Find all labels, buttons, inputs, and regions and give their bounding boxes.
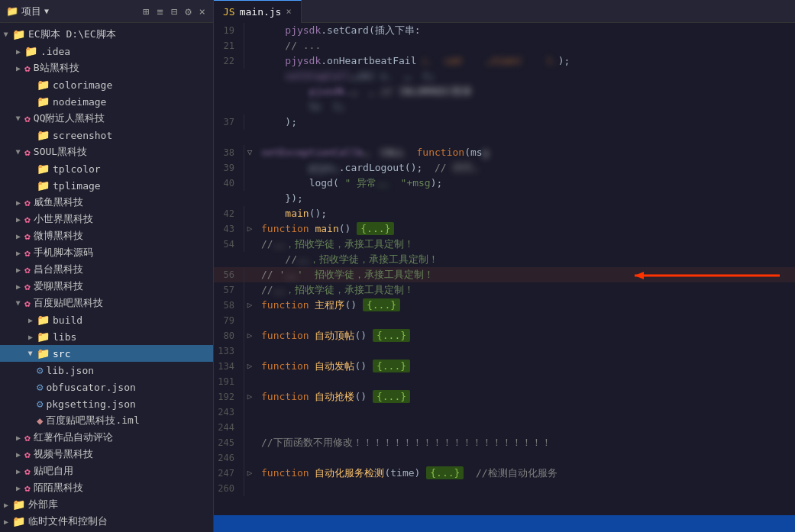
sync-icon[interactable]: ⊞ <box>141 4 150 19</box>
line-content: //……，招收学徒，承接工具定制！ <box>255 282 795 298</box>
tree-item-libs[interactable]: ▶ 📁 libs <box>0 328 213 345</box>
header-icons: ⊞ ≡ ⊟ ⚙ × <box>141 4 207 19</box>
tree-item-weibo[interactable]: ▶ ✿ 微博黑科技 <box>0 227 213 244</box>
star-folder-icon: ✿ <box>24 432 31 443</box>
line-num: 58 <box>214 298 244 313</box>
tree-arrow: ▶ <box>12 484 24 492</box>
tree-item-tieba-self[interactable]: ▶ ✿ 贴吧自用 <box>0 463 213 479</box>
tab-main-js[interactable]: JS main.js × <box>214 0 302 23</box>
line-content: //下面函数不用修改！！！！！！！！！！！！！！！！！！！！ <box>255 435 795 450</box>
layout-icon[interactable]: ⊟ <box>170 4 179 19</box>
line-content: function 自动顶帖() {...} <box>255 328 795 343</box>
star-folder-icon: ✿ <box>24 449 31 460</box>
tree-item-external-lib[interactable]: ▶ 📁 外部库 <box>0 496 213 513</box>
tree-item-nodeimage[interactable]: 📁 nodeimage <box>0 93 213 110</box>
line-num: 244 <box>214 420 244 435</box>
tree-item-smallworld[interactable]: ▶ ✿ 小世界黑科技 <box>0 211 213 227</box>
line-content <box>255 450 795 466</box>
tree-label: colorimage <box>53 79 112 91</box>
tree-item-weiyu[interactable]: ▶ ✿ 威鱼黑科技 <box>0 194 213 211</box>
line-num: 243 <box>214 405 244 420</box>
line-num: 80 <box>214 328 244 343</box>
tree-item-ailiao[interactable]: ▶ ✿ 爱聊黑科技 <box>0 278 213 295</box>
line-num: 19 <box>214 23 244 38</box>
line-content: setStopCall…ck( c. … ); <box>255 69 795 84</box>
tree-label: pkgsetting.json <box>46 398 135 410</box>
settings-icon[interactable]: ⚙ <box>183 4 192 19</box>
tree-label: 手机脚本源码 <box>34 246 93 260</box>
line-num: 22 <box>214 53 244 69</box>
code-line-lc: lc ); <box>214 99 795 114</box>
code-line-21: 21 // ... <box>214 38 795 53</box>
red-arrow-annotation <box>612 269 780 282</box>
tree-item-soul-tech[interactable]: ▶ ✿ SOUL黑科技 <box>0 143 213 160</box>
star-folder-icon: ✿ <box>24 466 31 477</box>
code-editor[interactable]: 19 pjysdk.setCard(插入下串: 21 // ... 22 pjy… <box>214 23 795 515</box>
tree-item-tieba[interactable]: ▶ ✿ 百度贴吧黑科技 <box>0 295 213 311</box>
close-icon[interactable]: × <box>198 4 207 19</box>
tree-arrow: ▶ <box>12 249 24 257</box>
folder-icon: 📁 <box>37 347 50 360</box>
line-num: 37 <box>214 114 244 130</box>
tree-item-tplimage[interactable]: 📁 tplimage <box>0 177 213 194</box>
collapse-all-icon[interactable]: ≡ <box>155 4 164 19</box>
tree-item-src[interactable]: ▶ 📁 src <box>0 345 213 362</box>
tree-item-momo[interactable]: ▶ ✿ 陌陌黑科技 <box>0 479 213 496</box>
tree-label: build <box>53 314 82 326</box>
tree-item-redshu[interactable]: ▶ ✿ 红薯作品自动评论 <box>0 429 213 446</box>
tree-item-screenshot[interactable]: 📁 screenshot <box>0 127 213 143</box>
json-icon: ⚙ <box>37 381 43 393</box>
tree-label: 小世界黑科技 <box>34 212 93 226</box>
tree-item-idea[interactable]: ▶ 📁 .idea <box>0 43 213 60</box>
tree-label: 临时文件和控制台 <box>28 514 108 528</box>
star-folder-icon: ✿ <box>24 113 31 124</box>
tab-close-button[interactable]: × <box>286 6 291 17</box>
star-folder-icon: ✿ <box>24 281 31 292</box>
tree-label: QQ附近人黑科技 <box>34 111 105 125</box>
tree-item-lib-json[interactable]: ⚙ lib.json <box>0 362 213 379</box>
line-num: 133 <box>214 343 244 359</box>
tree-label: tplcolor <box>53 163 101 175</box>
line-content: // ... <box>255 38 795 53</box>
tree-arrow: ▶ <box>12 282 24 291</box>
tree-arrow: ▶ <box>12 215 24 224</box>
line-content <box>255 374 795 389</box>
line-content: //……，招收学徒，承接工具定制！ <box>255 252 795 267</box>
tree-label: 微博黑科技 <box>34 229 83 243</box>
line-content: pjusdk.… , // [BLURRED]登录 <box>255 84 795 99</box>
tree-item-mobile[interactable]: ▶ ✿ 手机脚本源码 <box>0 244 213 261</box>
tree-item-obfuscator-json[interactable]: ⚙ obfuscator.json <box>0 379 213 395</box>
code-line-134: 134 ▷ function 自动发帖() {...} <box>214 359 795 374</box>
tree-label: 百度贴吧黑科技 <box>34 296 103 310</box>
tree-label: 贴吧自用 <box>34 464 73 478</box>
line-num: 247 <box>214 466 244 481</box>
line-content: pjysdk.setCard(插入下串: <box>255 23 795 38</box>
tree-arrow: ▶ <box>15 112 23 124</box>
tree-item-temp[interactable]: ▶ 📁 临时文件和控制台 <box>0 513 213 530</box>
tree-item-build[interactable]: ▶ 📁 build <box>0 311 213 328</box>
tree-item-qq-nearby[interactable]: ▶ ✿ QQ附近人黑科技 <box>0 110 213 127</box>
tree-item-ec-root[interactable]: ▶ 📁 EC脚本 D:\EC脚本 <box>0 26 213 43</box>
tree-item-colorimage[interactable]: 📁 colorimage <box>0 76 213 93</box>
tree-item-video[interactable]: ▶ ✿ 视频号黑科技 <box>0 446 213 463</box>
line-content: function main() {...} <box>255 221 795 237</box>
line-content: pjys….cardLogout(); // 调用… <box>255 160 795 176</box>
tree-item-tplcolor[interactable]: 📁 tplcolor <box>0 160 213 177</box>
tree-item-pkgsetting-json[interactable]: ⚙ pkgsetting.json <box>0 395 213 412</box>
project-icon: 📁 <box>6 5 18 17</box>
code-line-56: 56 // '……' 招收学徒，承接工具定制！ <box>214 267 795 282</box>
tree-item-changtai[interactable]: ▶ ✿ 昌台黑科技 <box>0 261 213 278</box>
folder-icon: 📁 <box>37 79 50 91</box>
line-num: 43 <box>214 221 244 237</box>
code-line-191: 191 <box>214 374 795 389</box>
tree-item-tieba-iml[interactable]: ◆ 百度贴吧黑科技.iml <box>0 412 213 429</box>
star-folder-icon: ✿ <box>24 264 31 276</box>
code-line-246: 246 <box>214 450 795 466</box>
tree-item-b-tech[interactable]: ▶ ✿ B站黑科技 <box>0 60 213 76</box>
line-content: lc ); <box>255 99 795 114</box>
line-num: 56 <box>214 267 244 282</box>
file-tree: ▶ 📁 EC脚本 D:\EC脚本 ▶ 📁 .idea ▶ ✿ B站黑科技 📁 c… <box>0 23 213 532</box>
star-folder-icon: ✿ <box>24 231 31 242</box>
star-folder-icon: ✿ <box>24 214 31 225</box>
line-num: 192 <box>214 389 244 405</box>
